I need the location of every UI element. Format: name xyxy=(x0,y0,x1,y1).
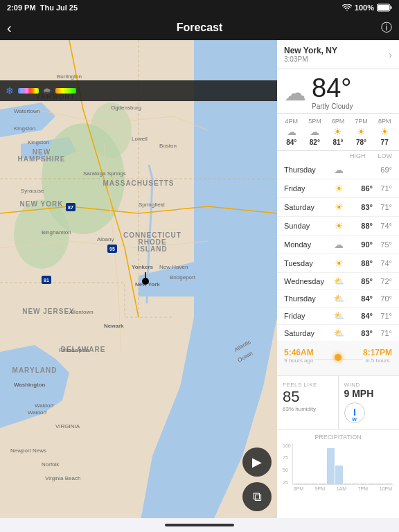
temperature-block: 84° Partly Cloudy xyxy=(312,75,353,110)
day-name-1: Thursday xyxy=(284,166,329,174)
day-low-7: 72° xyxy=(375,277,392,285)
day-high-6: 88° xyxy=(353,259,373,267)
svg-rect-1 xyxy=(391,6,392,9)
svg-text:Kingston: Kingston xyxy=(14,125,35,132)
daily-row-wednesday: Wednesday ⛅ 85° 72° xyxy=(277,273,399,290)
hour-label-3: 6PM xyxy=(332,118,345,125)
location-header[interactable]: New York, NY 3:03PM › xyxy=(277,40,399,69)
temp-legend xyxy=(55,88,76,94)
svg-text:New Haven: New Haven xyxy=(159,264,188,270)
precip-label-2: 9PM xyxy=(315,486,325,491)
y-tick-50: 50 xyxy=(283,468,291,472)
hour-item-4: 7PM ☀ 78° xyxy=(355,118,368,146)
feels-like-label: FEELS LIKE xyxy=(283,382,332,388)
precip-bar xyxy=(294,484,302,484)
sunrise-sublabel: 9 hours ago xyxy=(284,357,314,364)
hour-label-1: 4PM xyxy=(285,118,299,125)
precip-bars xyxy=(292,443,393,485)
battery-icon xyxy=(377,3,392,12)
precip-bar xyxy=(319,484,326,484)
precip-bar xyxy=(335,466,343,484)
sunset-block: 8:17PM in 5 hours xyxy=(363,348,392,364)
hour-temp-4: 78° xyxy=(356,139,366,146)
map-container[interactable]: 87 95 81 VERMONT Burlington NEW HAMPSHIR… xyxy=(0,40,277,532)
current-weather: ☁ 84° Partly Cloudy xyxy=(277,69,399,114)
precip-bar xyxy=(303,484,310,484)
svg-text:NEW YORK: NEW YORK xyxy=(20,200,64,208)
day-icon-6: ☀ xyxy=(332,258,346,269)
day-icon-7: ⛅ xyxy=(332,276,346,286)
y-tick-25: 25 xyxy=(283,480,291,485)
feels-like-value: 85 xyxy=(283,388,332,406)
app-header: ‹ Forecast ⓘ xyxy=(0,15,399,40)
day-name-4: Sunday xyxy=(284,222,329,230)
sunrise-time: 5:46AM xyxy=(284,348,314,357)
precip-bar xyxy=(327,448,335,484)
svg-text:Philadelphia: Philadelphia xyxy=(59,347,89,353)
daily-row-tuesday: Tuesday ☀ 88° 74° xyxy=(277,254,399,273)
svg-text:Kingston: Kingston xyxy=(28,139,49,145)
precip-label-3: 1AM xyxy=(337,486,346,491)
precip-bar xyxy=(360,484,368,484)
hour-temp-3: 81° xyxy=(332,139,343,146)
wind-label: WIND xyxy=(344,382,394,388)
battery-label: 100% xyxy=(355,3,374,12)
feels-like-block: FEELS LIKE 85 63% humidity xyxy=(277,376,339,429)
hour-icon-4: ☀ xyxy=(357,126,366,137)
svg-text:Waldorf: Waldorf xyxy=(35,402,54,409)
low-label: LOW xyxy=(378,152,392,159)
hour-label-2: 5PM xyxy=(308,118,321,125)
feels-like-sub: 63% humidity xyxy=(283,406,332,412)
sunrise-sunset: 5:46AM 9 hours ago 8:17PM in 5 hours xyxy=(277,342,399,376)
hour-label-4: 7PM xyxy=(355,118,368,125)
daily-row-saturday-2: Saturday ⛅ 83° 71° xyxy=(277,325,399,342)
chevron-right-icon: › xyxy=(389,49,392,60)
rain-icon: 🌧 xyxy=(43,86,51,96)
hour-icon-1: ☁ xyxy=(287,126,296,137)
status-bar: 2:09 PM Thu Jul 25 100% xyxy=(0,0,399,15)
svg-text:Burlington: Burlington xyxy=(57,73,82,80)
svg-text:MARYLAND: MARYLAND xyxy=(12,366,57,374)
day-icon-1: ☁ xyxy=(332,164,346,175)
day-name-9: Friday xyxy=(284,312,329,320)
back-button[interactable]: ‹ xyxy=(7,20,12,36)
wind-block: WIND 9 MPH W xyxy=(339,376,400,429)
status-indicators: 100% xyxy=(342,3,392,12)
hourly-forecast: 4PM ☁ 84° 5PM ☁ 82° 6PM ☀ 81° 7PM ☀ 78° … xyxy=(277,114,399,151)
wind-compass: W xyxy=(344,402,365,423)
day-low-5: 75° xyxy=(375,240,392,249)
precip-label-4: 7PM xyxy=(358,486,368,491)
day-icon-4: ☀ xyxy=(332,220,346,231)
play-button[interactable]: ▶ xyxy=(242,447,272,477)
snow-icon[interactable]: ❄ xyxy=(6,85,14,96)
precip-bar xyxy=(352,484,360,484)
svg-text:Bridgeport: Bridgeport xyxy=(170,274,196,281)
sun-arc xyxy=(314,351,363,367)
layers-button[interactable]: ⧉ xyxy=(242,482,272,511)
svg-text:95: 95 xyxy=(109,247,115,251)
day-high-5: 90° xyxy=(353,240,373,249)
svg-text:Washington: Washington xyxy=(14,382,46,388)
svg-text:Albany: Albany xyxy=(97,236,114,242)
svg-text:Binghamton: Binghamton xyxy=(42,229,71,236)
location-time: 3:03PM xyxy=(284,55,337,63)
location-info: New York, NY 3:03PM xyxy=(284,46,337,63)
svg-text:VIRGINIA: VIRGINIA xyxy=(55,423,80,429)
info-button[interactable]: ⓘ xyxy=(381,21,392,35)
precip-bar xyxy=(368,484,375,484)
day-name-7: Wednesday xyxy=(284,277,329,285)
precip-bar xyxy=(384,484,392,484)
svg-text:Saratoga Springs: Saratoga Springs xyxy=(83,170,126,177)
day-name-8: Thursday xyxy=(284,294,329,303)
day-icon-10: ⛅ xyxy=(332,328,346,338)
svg-text:Norfolk: Norfolk xyxy=(42,461,60,468)
day-low-1: 69° xyxy=(375,166,392,174)
svg-text:81: 81 xyxy=(44,278,49,283)
daily-row-sunday: Sunday ☀ 88° 74° xyxy=(277,217,399,236)
day-high-7: 85° xyxy=(353,277,373,285)
svg-text:HAMPSHIRE: HAMPSHIRE xyxy=(17,155,65,163)
day-low-8: 70° xyxy=(375,294,392,303)
hour-icon-5: ☀ xyxy=(380,126,389,137)
precip-label-1: 6PM xyxy=(294,486,303,491)
sunset-time: 8:17PM xyxy=(363,348,392,357)
